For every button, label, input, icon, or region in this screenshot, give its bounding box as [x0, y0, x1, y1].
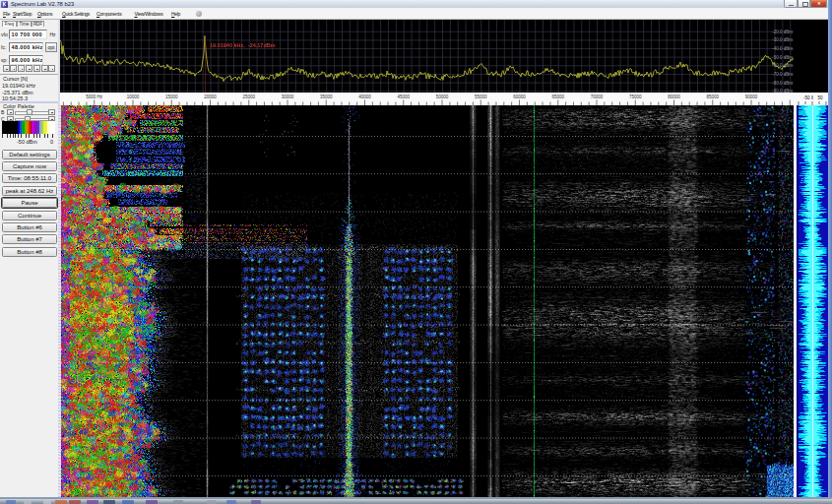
- svg-text:15000: 15000: [165, 94, 178, 99]
- svg-text:20000: 20000: [204, 94, 217, 99]
- svg-text:25000: 25000: [242, 94, 255, 99]
- svg-text:30000: 30000: [282, 94, 294, 99]
- svg-text:90000: 90000: [745, 94, 758, 99]
- svg-text:80000: 80000: [668, 94, 680, 99]
- svg-text:55000: 55000: [475, 94, 487, 99]
- svg-text:50: 50: [818, 95, 824, 100]
- svg-text:-50: -50: [803, 95, 810, 100]
- svg-text:10000: 10000: [127, 94, 140, 99]
- svg-text:65000: 65000: [551, 94, 564, 99]
- svg-text:75000: 75000: [629, 94, 642, 99]
- svg-text:5000 Hz: 5000 Hz: [86, 94, 103, 99]
- svg-text:45000: 45000: [397, 94, 410, 99]
- svg-text:60000: 60000: [513, 94, 526, 99]
- svg-text:35000: 35000: [320, 94, 333, 99]
- svg-text:70000: 70000: [591, 94, 604, 99]
- svg-text:50000: 50000: [436, 94, 449, 99]
- svg-text:85000: 85000: [706, 94, 719, 99]
- svg-text:40000: 40000: [358, 94, 371, 99]
